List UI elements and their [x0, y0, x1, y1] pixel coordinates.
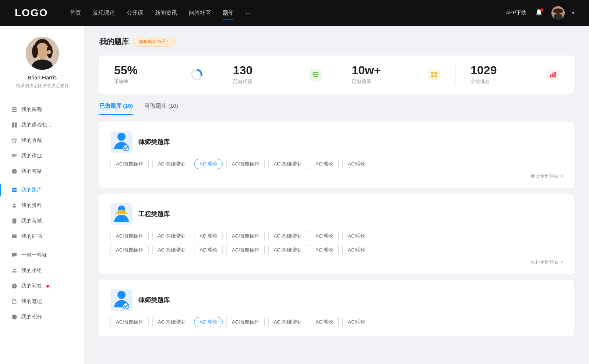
navbar: LOGO 首页 发现课程 公开课 新闻资讯 问答社区 题库 ··· APP下载 [0, 0, 589, 26]
user-avatar[interactable] [551, 6, 565, 19]
one-on-one-icon [11, 252, 18, 258]
tag-lawyer-2-1[interactable]: ACI基础理论 [152, 317, 191, 327]
stat-site-rank-label: 全站排名 [470, 78, 541, 85]
sidebar-item-my-points[interactable]: 我的积分 [0, 309, 84, 325]
stat-accuracy-label: 正确率 [114, 78, 185, 85]
svg-rect-47 [431, 75, 434, 78]
stat-accuracy-value: 55% [114, 64, 185, 76]
sidebar-item-one-on-one[interactable]: 一对一答疑 [0, 247, 84, 263]
my-notes-label: 我的笔记 [21, 298, 42, 305]
nav-right: APP下载 ▾ [506, 6, 574, 19]
tags-row-lawyer-1: ACI技能操作 ACI基础理论 ACI理论 ACI技能操作 ACI基础理论 AC… [110, 159, 563, 169]
trial-badge: 体验剩余23天！ [134, 37, 175, 47]
card-header-lawyer-2: 律师类题库 [110, 289, 563, 311]
stat-accuracy: 55% 正确率 [99, 64, 218, 85]
notification-bell[interactable] [534, 8, 544, 18]
profile-avatar [26, 37, 59, 70]
svg-line-32 [15, 238, 15, 239]
homework-label: 我的作业 [21, 153, 42, 159]
tag-eng-1-r2-4[interactable]: ACI基础理论 [268, 245, 307, 255]
nav-news[interactable]: 新闻资讯 [155, 8, 177, 18]
profile-dropdown-arrow[interactable]: ▾ [572, 10, 574, 15]
answers-icon: ? [11, 283, 18, 289]
tag-eng-1-r1-4[interactable]: ACI基础理论 [268, 231, 307, 241]
tag-eng-1-r2-1[interactable]: ACI基础理论 [152, 245, 191, 255]
sidebar-item-question-bank[interactable]: 我的题库 [0, 182, 84, 198]
tag-eng-1-r1-1[interactable]: ACI基础理论 [152, 231, 191, 241]
tag-lawyer-2-2[interactable]: ACI理论 [194, 317, 223, 327]
svg-point-33 [13, 269, 14, 270]
svg-text:?: ? [14, 285, 15, 288]
sidebar-item-certificate[interactable]: 我的证书 [0, 229, 84, 244]
tag-lawyer-2-0[interactable]: ACI技能操作 [110, 317, 149, 327]
tag-lawyer-1-1[interactable]: ACI基础理论 [152, 159, 191, 169]
tag-lawyer-2-3[interactable]: ACI技能操作 [226, 317, 265, 327]
sidebar-item-homework[interactable]: 我的作业 [0, 148, 84, 164]
sidebar-item-qa[interactable]: ? 我的答疑 [0, 164, 84, 179]
svg-marker-19 [12, 138, 17, 143]
tag-lawyer-1-6[interactable]: ACI理论 [342, 159, 371, 169]
tag-lawyer-1-0[interactable]: ACI技能操作 [110, 159, 149, 169]
collapse-engineer-1[interactable]: 收起全部科目 > [530, 259, 563, 265]
question-card-engineer-1: 工程类题库 ACI技能操作 ACI基础理论 ACI理论 ACI技能操作 ACI基… [99, 194, 574, 274]
sidebar-item-profile[interactable]: 我的资料 [0, 198, 84, 213]
question-bank-icon [11, 187, 18, 193]
sidebar-profile: Brian Harris 错误的决定比没有决定要好 [0, 37, 84, 98]
nav-open-course[interactable]: 公开课 [127, 8, 143, 18]
tags-row-lawyer-2: ACI技能操作 ACI基础理论 ACI理论 ACI技能操作 ACI基础理论 AC… [110, 317, 563, 327]
tag-eng-1-r2-5[interactable]: ACI理论 [310, 245, 339, 255]
tag-lawyer-2-4[interactable]: ACI基础理论 [268, 317, 307, 327]
question-card-lawyer-1: 律师类题库 ACI技能操作 ACI基础理论 ACI理论 ACI技能操作 ACI基… [99, 122, 574, 188]
tag-eng-1-r2-2[interactable]: ACI理论 [194, 245, 223, 255]
main-content: 我的题库 体验剩余23天！ 55% 正确率 [85, 26, 589, 364]
nav-more[interactable]: ··· [246, 8, 250, 18]
nav-question-bank[interactable]: 题库 [223, 8, 234, 18]
stat-questions-done-label: 已做试题 [233, 78, 304, 85]
tag-eng-1-r1-6[interactable]: ACI理论 [342, 231, 371, 241]
tag-eng-1-r2-6[interactable]: ACI理论 [342, 245, 371, 255]
tag-lawyer-1-2[interactable]: ACI理论 [194, 159, 223, 169]
sidebar-item-course-packages[interactable]: 我的课程包... [0, 117, 84, 133]
tab-available-banks[interactable]: 可做题库 (10) [145, 103, 178, 114]
app-download-link[interactable]: APP下载 [506, 10, 526, 16]
tab-done-banks[interactable]: 已做题库 (10) [99, 103, 133, 114]
qa-icon: ? [11, 168, 18, 175]
notes-icon [11, 298, 18, 305]
svg-rect-51 [554, 72, 556, 77]
sidebar-item-my-notes[interactable]: 我的笔记 [0, 294, 84, 309]
tag-eng-1-r1-2[interactable]: ACI理论 [194, 231, 223, 241]
sidebar-item-exams[interactable]: 我的考试 [0, 213, 84, 229]
stat-questions-done-text: 130 已做试题 [233, 64, 304, 85]
nav-qa[interactable]: 问答社区 [189, 8, 211, 18]
svg-rect-15 [12, 122, 14, 125]
tag-eng-1-r2-3[interactable]: ACI技能操作 [226, 245, 265, 255]
my-answers-label: 我的问答 [21, 283, 42, 289]
sidebar-item-my-group[interactable]: 我的小组 [0, 263, 84, 278]
nav-home[interactable]: 首页 [70, 8, 81, 18]
sidebar-item-favorites[interactable]: 我的收藏 [0, 133, 84, 148]
tag-eng-1-r1-5[interactable]: ACI理论 [310, 231, 339, 241]
logo[interactable]: LOGO [15, 7, 48, 19]
sidebar-item-my-answers[interactable]: ? 我的问答 [0, 278, 84, 294]
svg-rect-49 [550, 75, 551, 78]
tag-lawyer-2-5[interactable]: ACI理论 [310, 317, 339, 327]
stat-banks-done-icon [427, 68, 441, 81]
divider-2 [7, 246, 77, 246]
tag-eng-1-r1-0[interactable]: ACI技能操作 [110, 231, 149, 241]
tag-lawyer-2-6[interactable]: ACI理论 [342, 317, 371, 327]
nav-discover[interactable]: 发现课程 [93, 8, 115, 18]
card-footer-lawyer-1: 展开全部科目 > [110, 173, 563, 179]
tag-lawyer-1-3[interactable]: ACI技能操作 [226, 159, 265, 169]
exams-icon [11, 218, 18, 224]
tag-lawyer-1-5[interactable]: ACI理论 [310, 159, 339, 169]
expand-lawyer-1[interactable]: 展开全部科目 > [530, 173, 563, 179]
sidebar-item-my-courses[interactable]: 我的课程 [0, 102, 84, 117]
my-courses-label: 我的课程 [21, 106, 42, 113]
svg-point-25 [13, 204, 15, 206]
donut-chart-icon [190, 68, 203, 82]
svg-rect-46 [435, 72, 437, 74]
my-group-label: 我的小组 [21, 267, 42, 274]
tag-lawyer-1-4[interactable]: ACI基础理论 [268, 159, 307, 169]
tag-eng-1-r1-3[interactable]: ACI技能操作 [226, 231, 265, 241]
tag-eng-1-r2-0[interactable]: ACI技能操作 [110, 245, 149, 255]
